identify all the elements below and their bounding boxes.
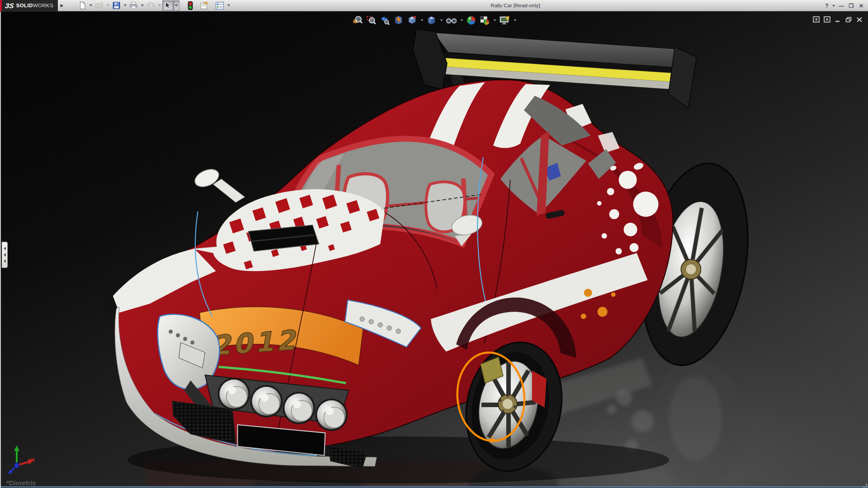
collapse-arrow-icon	[4, 259, 6, 263]
options-button[interactable]	[214, 0, 226, 10]
view-settings-caret[interactable]	[514, 19, 517, 21]
zoom-to-fit-button[interactable]	[352, 14, 364, 26]
options-dropdown-caret[interactable]	[227, 5, 230, 6]
window-controls: ? — ❐ ✕	[823, 0, 866, 11]
section-view-button[interactable]	[392, 14, 405, 26]
brand-name-light: WORKS	[33, 3, 53, 8]
select-cursor-icon	[164, 1, 172, 9]
close-window-button[interactable]: ✕	[856, 1, 866, 10]
display-style-icon	[426, 15, 437, 26]
file-properties-icon	[200, 1, 209, 10]
collapse-arrow-icon	[4, 247, 6, 250]
zoom-to-fit-icon	[353, 15, 363, 26]
display-style-button[interactable]	[425, 14, 438, 26]
document-title: Rally Car [Read-only]	[466, 0, 565, 11]
help-button[interactable]: ?	[823, 1, 830, 10]
open-document-button[interactable]	[94, 0, 105, 10]
view-orientation-icon	[407, 15, 418, 26]
select-tool-button[interactable]	[162, 0, 173, 10]
previous-view-button[interactable]	[379, 14, 392, 26]
rally-car-scene[interactable]: 2012	[1, 12, 868, 486]
feature-manager-collapsed-tab[interactable]	[2, 242, 8, 268]
close-document-icon	[856, 17, 863, 23]
orientation-triad[interactable]	[8, 446, 35, 474]
restore-document-button[interactable]	[844, 16, 853, 23]
zoom-to-area-button[interactable]	[365, 14, 378, 26]
help-dropdown-caret[interactable]	[832, 5, 835, 7]
menu-expand-button[interactable]: ▶	[59, 1, 65, 10]
file-properties-button[interactable]	[198, 0, 210, 10]
minimize-document-icon	[835, 17, 841, 22]
document-window-controls	[812, 16, 863, 23]
open-dropdown-caret[interactable]	[107, 5, 109, 6]
select-dropdown-button[interactable]	[173, 0, 179, 10]
display-pane-toggle-button[interactable]	[823, 16, 831, 23]
title-bar: ЗS SOLIDWORKS ▶	[0, 0, 868, 11]
display-style-caret[interactable]	[440, 19, 443, 21]
printer-icon	[129, 1, 138, 9]
view-settings-button[interactable]	[498, 14, 512, 26]
close-document-button[interactable]	[855, 16, 863, 23]
brand-name-bold: SOLID	[16, 3, 33, 8]
previous-view-icon	[380, 15, 391, 26]
appearance-sphere-icon	[466, 15, 477, 26]
graphics-area[interactable]: 2012	[0, 12, 868, 488]
status-bar-edge	[1, 486, 868, 488]
decal-2012: 2012	[211, 324, 299, 361]
new-dropdown-caret[interactable]	[90, 5, 92, 6]
restore-window-button[interactable]: ❐	[846, 1, 856, 10]
save-dropdown-caret[interactable]	[124, 5, 127, 6]
apply-scene-caret[interactable]	[494, 19, 496, 21]
minimize-window-button[interactable]: —	[836, 1, 846, 10]
edit-appearance-button[interactable]	[465, 14, 478, 26]
solidworks-logo: ЗS SOLIDWORKS	[0, 0, 58, 11]
options-checklist-icon	[215, 1, 224, 10]
zoom-to-area-icon	[366, 15, 377, 26]
undo-button[interactable]	[145, 0, 156, 10]
heads-up-view-toolbar	[352, 14, 518, 26]
section-view-icon	[393, 15, 404, 26]
view-orientation-button[interactable]	[406, 14, 419, 26]
resize-grip[interactable]	[861, 483, 867, 488]
undo-dropdown-caret[interactable]	[158, 5, 161, 6]
feature-pane-icon	[813, 16, 820, 23]
hide-show-items-button[interactable]	[445, 14, 458, 26]
display-pane-icon	[824, 16, 830, 23]
new-document-button[interactable]	[77, 0, 88, 10]
save-button[interactable]	[111, 0, 122, 10]
view-orientation-caret[interactable]	[421, 19, 424, 21]
open-folder-icon	[95, 1, 104, 9]
view-settings-icon	[499, 15, 511, 26]
hide-show-items-caret[interactable]	[461, 19, 463, 21]
feature-pane-toggle-button[interactable]	[812, 16, 820, 23]
rebuild-button[interactable]	[186, 0, 195, 10]
restore-document-icon	[845, 17, 852, 23]
eyeglasses-icon	[446, 15, 458, 26]
new-document-icon	[78, 1, 86, 9]
rebuild-traffic-light-icon	[187, 1, 193, 10]
save-floppy-icon	[112, 1, 121, 9]
3ds-logo-icon: ЗS	[5, 2, 14, 9]
undo-arrow-icon	[146, 1, 155, 9]
minimize-document-button[interactable]	[834, 16, 842, 23]
apply-scene-button[interactable]	[479, 14, 491, 26]
print-button[interactable]	[128, 0, 139, 10]
quick-access-toolbar	[77, 0, 231, 11]
print-dropdown-caret[interactable]	[141, 5, 144, 6]
view-orientation-label: *Dimetric	[6, 479, 36, 487]
apply-scene-icon	[480, 15, 491, 26]
solidworks-window: ЗS SOLIDWORKS ▶	[0, 0, 868, 488]
left-mirror[interactable]	[192, 166, 245, 202]
collapse-arrow-icon	[4, 253, 6, 257]
